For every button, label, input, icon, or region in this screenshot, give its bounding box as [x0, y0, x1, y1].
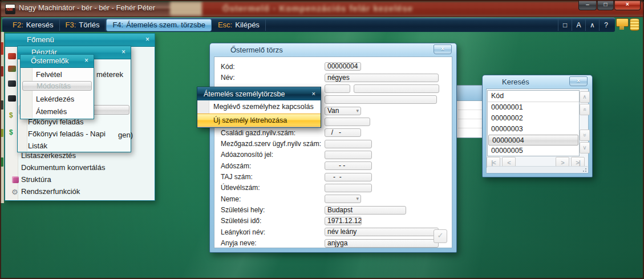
- leanykori-nev-input[interactable]: név leány: [325, 228, 439, 236]
- edge-fragment: [1, 129, 3, 137]
- anyja-neve-input[interactable]: anjyga: [325, 239, 439, 248]
- toolbar-button-search[interactable]: F2:Keresés: [7, 19, 60, 31]
- field-input[interactable]: [354, 84, 439, 93]
- hotkey-label: F3:: [66, 21, 76, 29]
- mezogazd-input[interactable]: [325, 140, 372, 148]
- popup-item-meglevo[interactable]: Meglévő személyhez kapcsolás: [197, 100, 321, 114]
- window-mode-button[interactable]: □: [558, 19, 572, 31]
- list-item-selected[interactable]: 00000004: [488, 135, 578, 145]
- hotkey-label: F2:: [13, 21, 23, 29]
- szuletesi-ido-input[interactable]: 1971.12.12: [325, 217, 362, 225]
- field-label: Neme:: [221, 195, 325, 203]
- collapse-button[interactable]: ∧: [585, 19, 599, 31]
- help-button[interactable]: ?: [599, 19, 613, 31]
- menu-icon: [8, 95, 16, 102]
- kereses-window: Keresés × Kód 00000001 00000002 00000003…: [482, 75, 593, 177]
- neme-combobox[interactable]: ▾: [325, 195, 361, 203]
- close-icon[interactable]: ×: [84, 56, 88, 64]
- app-window: Őstermelő - Kompenzációs felár kezelése …: [0, 0, 644, 279]
- nev-input[interactable]: négyes: [325, 74, 439, 82]
- adoszam-input[interactable]: - -: [325, 161, 372, 170]
- button-label: Átemelés szem. törzsbe: [126, 21, 205, 29]
- menu-item-rendszerfunkciok[interactable]: Rendszerfunkciók: [5, 187, 153, 197]
- edge-fragment: [1, 100, 3, 110]
- resize-grip[interactable]: [582, 168, 587, 172]
- field-label: Mezőgazd.szerv ügyf.nyilv szám:: [221, 140, 325, 148]
- button-label: Kilépés: [235, 21, 260, 29]
- page-up-button[interactable]: «: [580, 104, 590, 115]
- form-row: Adóazonosító jel:: [214, 149, 452, 160]
- form-row: Leánykori név: név leány: [214, 227, 452, 237]
- close-icon[interactable]: ×: [312, 90, 315, 97]
- szuletesi-hely-input[interactable]: Budapst: [325, 206, 406, 215]
- kod-input[interactable]: 00000004: [325, 62, 361, 71]
- chevron-down-icon: ▾: [356, 107, 359, 115]
- menu-item-label: Struktúra: [21, 175, 51, 184]
- taj-input[interactable]: - -: [325, 173, 372, 181]
- utlevelszam-input[interactable]: [325, 184, 372, 192]
- ostermelo-torzs-dialog: Őstermelő törzs × Kód: 00000004 Név: nég…: [209, 43, 457, 253]
- font-button[interactable]: A: [572, 19, 585, 31]
- field-input[interactable]: [325, 95, 437, 104]
- form-row: Mezőgazd.szerv ügyf.nyilv szám:: [214, 138, 452, 149]
- scroll-down-button[interactable]: ∨: [580, 142, 590, 153]
- fomenu-header[interactable]: Főmenü ×: [5, 34, 155, 47]
- search-close-button[interactable]: ×: [569, 76, 588, 86]
- popup-item-uj-szemely[interactable]: Új személy létrehozása: [197, 114, 321, 127]
- list-item[interactable]: 00000005: [488, 145, 579, 156]
- menu-item-fokonyvi-feladas-napi[interactable]: Főkönyvi feladás - Napi: [18, 129, 129, 139]
- menu-item-listak[interactable]: Listák: [18, 141, 129, 151]
- field-label: Családi gazd.nyilv.szám:: [221, 129, 325, 137]
- field-label: Név:: [221, 74, 325, 82]
- close-icon[interactable]: ×: [145, 35, 149, 43]
- edge-fragment: [1, 157, 3, 167]
- scroll-up-button[interactable]: ∧: [580, 91, 590, 103]
- column-header-kod[interactable]: Kód: [488, 91, 579, 102]
- menu-item-felvetel[interactable]: Felvétel: [21, 70, 92, 80]
- menu-item-label: Rendszerfunkciók: [21, 187, 80, 196]
- adoazonosito-input[interactable]: [325, 151, 372, 159]
- field-label: Születési hely:: [221, 206, 325, 214]
- menu-item-atemeles[interactable]: Átemelés: [21, 107, 92, 117]
- structure-cube-icon: [12, 176, 19, 183]
- menu-item-modositas[interactable]: Módosítás: [22, 81, 92, 91]
- field-label: Adóazonosító jel:: [221, 151, 325, 159]
- page-down-button[interactable]: «: [580, 130, 590, 141]
- field-input[interactable]: [325, 84, 350, 93]
- csaladi-gazd-input[interactable]: / -: [325, 128, 361, 137]
- menu-icon: [8, 53, 16, 59]
- menu-item-dokumentum-konvertalas[interactable]: Dokumentum konvertálás: [5, 163, 153, 173]
- search-body: Kód 00000001 00000002 00000003 00000004 …: [486, 88, 589, 173]
- field-input[interactable]: [325, 118, 370, 126]
- van-combobox[interactable]: Van▾: [325, 107, 361, 115]
- database-coins-icon[interactable]: [630, 18, 639, 31]
- close-icon[interactable]: ×: [121, 48, 125, 56]
- hotkey-label: Esc:: [218, 21, 232, 29]
- popup-header[interactable]: Átemelés személytörzsbe ×: [197, 87, 321, 100]
- app-icon: [5, 4, 15, 14]
- toolbar-button-exit[interactable]: Esc:Kilépés: [212, 19, 266, 31]
- background-window-banner: Őstermelő - Kompenzációs felár kezelése: [170, 2, 644, 15]
- monitor-icon[interactable]: [616, 18, 629, 27]
- atemeles-popup: Átemelés személytörzsbe × Meglévő személ…: [197, 87, 321, 128]
- toolbar-button-transfer[interactable]: F4:Átemelés szem. törzsbe: [106, 19, 212, 31]
- dollar-icon: $: [9, 128, 13, 136]
- menu-item-struktura[interactable]: Struktúra: [5, 175, 153, 185]
- maximize-button[interactable]: □: [597, 0, 614, 10]
- close-button[interactable]: ×: [614, 0, 641, 10]
- ostermelok-header[interactable]: Őstermelők ×: [21, 55, 94, 68]
- list-item[interactable]: 00000001: [488, 102, 579, 113]
- popup-title: Átemelés személytörzsbe: [204, 90, 285, 98]
- dialog-close-button[interactable]: ×: [434, 45, 452, 54]
- edge-fragment: [1, 42, 3, 55]
- confirm-check-button[interactable]: ✓: [434, 229, 447, 243]
- menu-item-lekerdezes[interactable]: Lekérdezés: [21, 94, 92, 104]
- background-window-edge: [0, 32, 4, 203]
- minimize-button[interactable]: –: [578, 0, 597, 10]
- button-label: Keresés: [26, 21, 54, 29]
- menu-icon: [8, 80, 16, 87]
- toolbar-button-delete[interactable]: F3:Törlés: [60, 19, 106, 31]
- list-item[interactable]: 00000002: [488, 113, 579, 124]
- chevron-down-icon: ▾: [356, 195, 359, 203]
- list-item[interactable]: 00000003: [488, 124, 579, 135]
